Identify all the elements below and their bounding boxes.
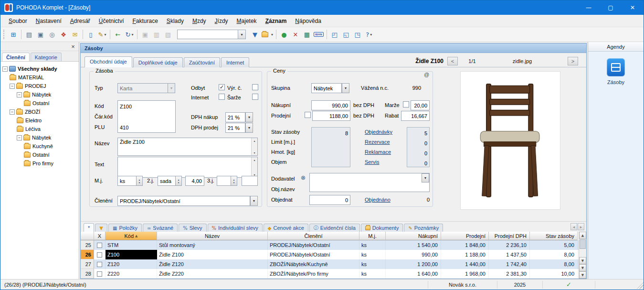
- j3-input[interactable]: [217, 176, 231, 186]
- column-header-nakupni[interactable]: Nákupní: [386, 232, 441, 240]
- table-row-z220[interactable]: 28Z220Židle Z220ZBOŽÍ/Nábytek/Pro firmyk…: [81, 269, 579, 279]
- tree-item-pro-firmy[interactable]: Pro firmy: [0, 159, 79, 168]
- tree-item-elektro[interactable]: Elektro: [0, 116, 79, 125]
- j2-coef-input[interactable]: 4,00: [185, 176, 204, 186]
- dodavatel-combo[interactable]: ▾: [309, 173, 430, 192]
- scroll-up-icon[interactable]: ▴: [253, 139, 255, 142]
- close-button[interactable]: ✕: [622, 0, 644, 15]
- text-scrollbar[interactable]: ▴ ▾: [251, 157, 257, 177]
- nazev-input[interactable]: Židle Z100 ▴ ▾: [117, 138, 258, 156]
- resize-grip[interactable]: [635, 280, 644, 289]
- table-row-z120[interactable]: 27Z120Židle Z120ZBOŽÍ/Nábytek/Kuchyněks1…: [81, 259, 579, 269]
- detail-tab-svazane[interactable]: ∞Svázané: [143, 224, 178, 232]
- mj-input[interactable]: ks: [117, 176, 137, 186]
- prodejni-checkbox[interactable]: [305, 112, 311, 118]
- limit-value[interactable]: [314, 139, 348, 148]
- row-checkbox[interactable]: [97, 252, 102, 258]
- web-icon[interactable]: ●: [278, 29, 290, 40]
- typ-combo[interactable]: Karta: [117, 83, 168, 93]
- j3-spinner[interactable]: ▴ ▾: [231, 176, 237, 186]
- dph-nakup-dropdown-icon[interactable]: ▾: [245, 112, 253, 122]
- column-header-kod[interactable]: Kód▲: [106, 232, 157, 240]
- report-icon[interactable]: ▤: [23, 29, 35, 40]
- detail-tab-slevy[interactable]: %Slevy: [179, 224, 206, 232]
- tab-obchodni-udaje[interactable]: Obchodní údaje: [84, 56, 132, 67]
- tree-item-material[interactable]: MATERIÁL: [0, 73, 79, 82]
- tree-collapse-icon[interactable]: −: [10, 84, 15, 89]
- scroll-thumb[interactable]: [580, 239, 586, 249]
- plu-input[interactable]: 410: [120, 123, 173, 132]
- help-icon[interactable]: ?▾: [363, 29, 375, 40]
- mj-spinner[interactable]: ▴ ▾: [137, 176, 143, 186]
- column-header-nazev[interactable]: Název: [157, 232, 268, 240]
- tabs-scroll-right-icon[interactable]: ▸: [578, 223, 584, 230]
- objednavky-link[interactable]: Objednávky: [365, 129, 392, 135]
- detail-tab-item[interactable]: *: [84, 223, 94, 232]
- dph-prodej-dropdown-icon[interactable]: ▾: [245, 123, 253, 133]
- iban-icon[interactable]: IBAN: [313, 29, 325, 40]
- print-icon[interactable]: ▣: [35, 29, 46, 40]
- new-record-icon[interactable]: ▯: [85, 29, 96, 40]
- last-record-icon[interactable]: ▼: [579, 271, 586, 279]
- status-year[interactable]: 2025: [497, 281, 542, 289]
- agenda-item-zasoby[interactable]: Zásoby: [588, 52, 644, 85]
- j3-coef-input[interactable]: [242, 176, 258, 186]
- tree-collapse-icon[interactable]: −: [2, 66, 8, 72]
- print-preview-icon[interactable]: ◎: [46, 29, 58, 40]
- menu-item-ucetnictvi[interactable]: Účetnictví: [95, 16, 128, 26]
- objednat-input[interactable]: 0: [309, 195, 350, 205]
- menu-item-nastaveni[interactable]: Nastavení: [32, 16, 66, 26]
- tree-item-leciva[interactable]: Léčiva: [0, 125, 79, 133]
- toolbar-grip[interactable]: [3, 30, 5, 39]
- row-checkbox[interactable]: [97, 271, 102, 277]
- detail-tab-polozky[interactable]: ▦Položky: [108, 224, 142, 232]
- carkod-input[interactable]: [120, 112, 173, 122]
- column-header-rownum[interactable]: [81, 232, 94, 240]
- text-input[interactable]: ▴ ▾: [117, 157, 258, 178]
- internet-extra-checkbox[interactable]: [252, 94, 258, 100]
- menu-item-jizdy[interactable]: Jízdy: [211, 16, 232, 26]
- tree-item-nabytek[interactable]: −Nábytek: [0, 90, 79, 99]
- menu-item-soubor[interactable]: Soubor: [4, 16, 32, 26]
- tree-item-vsechny-sklady[interactable]: −Všechny sklady: [0, 64, 79, 73]
- paste-icon[interactable]: ▧: [162, 29, 174, 40]
- product-image[interactable]: [460, 71, 560, 210]
- column-header-prodejni-dph[interactable]: Prodejní DPH: [489, 232, 530, 240]
- minimize-button[interactable]: —: [578, 0, 600, 15]
- objem-value[interactable]: [314, 159, 348, 168]
- scroll-up-icon[interactable]: ▲: [579, 232, 586, 239]
- dph-nakup-combo[interactable]: 21 %: [225, 112, 245, 122]
- menu-item-zaznam[interactable]: Záznam: [261, 16, 291, 26]
- tree-item-nabytek[interactable]: −Nábytek: [0, 133, 79, 142]
- scroll-down-icon[interactable]: ▾: [253, 151, 255, 154]
- skupina-dropdown-icon[interactable]: ▾: [342, 83, 349, 93]
- maximize-button[interactable]: ▢: [600, 0, 622, 15]
- skupina-combo[interactable]: Nábytek: [311, 83, 342, 93]
- edit-record-icon[interactable]: ✎▾: [96, 29, 108, 40]
- refresh-icon[interactable]: ↻▾: [124, 29, 135, 40]
- filter-icon[interactable]: ▼: [249, 29, 261, 40]
- panel-view1-icon[interactable]: ◰: [329, 29, 340, 40]
- export-table-icon[interactable]: ▦: [301, 29, 313, 40]
- menu-item-fakturace[interactable]: Fakturace: [128, 16, 162, 26]
- menu-item-mzdy[interactable]: Mzdy: [188, 16, 211, 26]
- table-row-stm[interactable]: 25STMStůl montovanýPRODEJ/Nábytek/Ostatn…: [81, 240, 579, 250]
- detail-tab-cenove-akce[interactable]: ◆Cenové akce: [264, 224, 308, 232]
- panel-close-icon[interactable]: ×: [69, 43, 77, 50]
- column-header-prodejni[interactable]: Prodejní: [441, 232, 489, 240]
- nazev-scrollbar[interactable]: ▴ ▾: [251, 138, 257, 155]
- cleneni-input[interactable]: PRODEJ/Nábytek/Ostatní: [117, 196, 250, 206]
- typ-combo-dropdown-icon[interactable]: ▾: [168, 83, 175, 93]
- dodavatel-dropdown-icon[interactable]: ▾: [422, 173, 429, 183]
- search-dropdown-icon[interactable]: ▾: [238, 30, 246, 39]
- menu-item-napoveda[interactable]: Nápověda: [291, 16, 326, 26]
- next-image-button[interactable]: >: [568, 57, 578, 65]
- detail-tab-funnel[interactable]: ▼: [95, 224, 107, 232]
- tree-collapse-icon[interactable]: −: [10, 109, 15, 115]
- marze-input[interactable]: 20,00: [411, 100, 430, 110]
- detail-tab-individualni-slevy[interactable]: %Individuální slevy: [208, 224, 263, 232]
- open-agendas-icon[interactable]: ⊞: [8, 29, 19, 40]
- objednano-link[interactable]: Objednáno: [365, 197, 391, 203]
- menu-item-majetek[interactable]: Majetek: [232, 16, 261, 26]
- pdf-icon[interactable]: ❖: [58, 29, 69, 40]
